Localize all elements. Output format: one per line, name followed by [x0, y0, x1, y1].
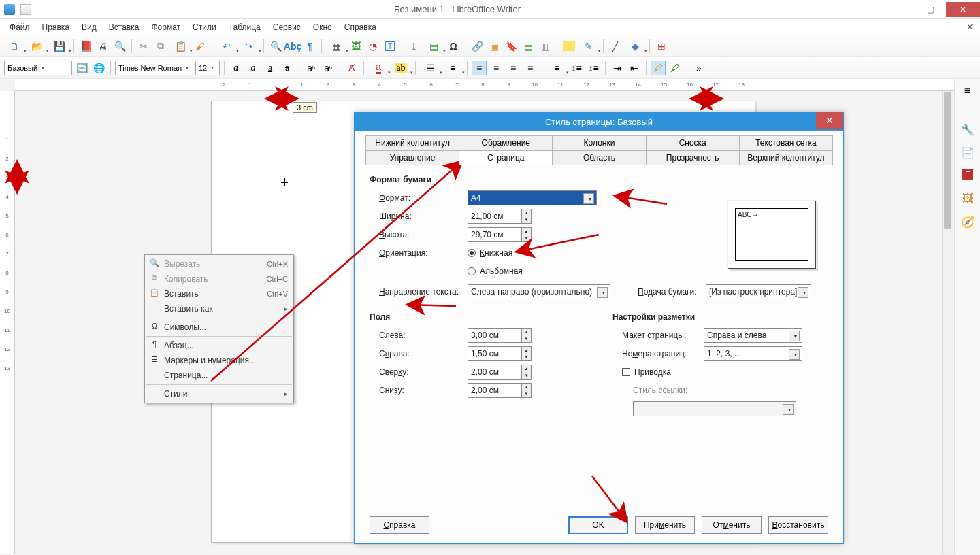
ctx-styles[interactable]: Стили: [145, 386, 293, 401]
menu-file[interactable]: Файл: [4, 21, 35, 33]
line-spacing-icon[interactable]: ≡: [546, 61, 567, 75]
menu-window[interactable]: Окно: [308, 21, 338, 33]
footnote-icon[interactable]: ▣: [487, 39, 502, 54]
width-spinner[interactable]: ▲▼: [522, 209, 532, 224]
italic-icon[interactable]: a: [246, 61, 261, 75]
qa-new-icon[interactable]: [20, 4, 31, 15]
redo-icon[interactable]: ↷: [239, 39, 259, 54]
index-icon[interactable]: ▥: [538, 39, 553, 54]
numbering-icon[interactable]: ≡: [442, 61, 463, 75]
font-size-combo[interactable]: 12: [195, 61, 220, 75]
insert-table-icon[interactable]: ▦: [326, 39, 346, 54]
page-break-icon[interactable]: ⤓: [406, 39, 421, 54]
tab-organizer[interactable]: Управление: [365, 150, 459, 165]
bookmark-icon[interactable]: 🔖: [504, 39, 519, 54]
register-checkbox[interactable]: [622, 368, 630, 376]
comment-icon[interactable]: [561, 39, 576, 54]
ctx-page[interactable]: Страница...: [145, 368, 293, 383]
paste-icon[interactable]: 📋: [170, 39, 191, 54]
menu-insert[interactable]: Вставка: [103, 21, 145, 33]
new-doc-icon[interactable]: 🗋: [4, 39, 24, 54]
align-justify-icon[interactable]: ≡: [523, 61, 538, 75]
special-char-icon[interactable]: Ω: [446, 39, 461, 54]
ctx-copy[interactable]: ⧉ Копировать Ctrl+C: [145, 271, 293, 286]
textdir-select[interactable]: Слева-направо (горизонтально)▾: [468, 284, 610, 299]
clone-format-icon[interactable]: 🖌: [193, 39, 208, 54]
ctx-paragraph[interactable]: ¶ Абзац...: [145, 338, 293, 353]
menu-help[interactable]: Справка: [339, 21, 382, 33]
more-options-icon[interactable]: »: [691, 61, 706, 75]
paragraph-style-combo[interactable]: Базовый: [4, 61, 72, 75]
align-center-icon[interactable]: ≡: [489, 61, 504, 75]
tab-borders[interactable]: Обрамление: [459, 135, 553, 150]
apply-button[interactable]: Применить: [635, 516, 695, 534]
layout-select[interactable]: Справа и слева▾: [704, 328, 802, 343]
ctx-paste[interactable]: 📋 Вставить Ctrl+V: [145, 286, 293, 301]
menu-view[interactable]: Вид: [76, 21, 102, 33]
underline-icon[interactable]: a: [263, 61, 278, 75]
decrease-spacing-icon[interactable]: ↕≡: [586, 61, 601, 75]
bullets-icon[interactable]: ☰: [420, 61, 440, 75]
save-icon[interactable]: 💾: [49, 39, 69, 54]
close-button[interactable]: ✕: [946, 2, 980, 17]
bold-icon[interactable]: a: [229, 61, 244, 75]
clear-format-icon[interactable]: A̸: [344, 61, 359, 75]
insert-textbox-icon[interactable]: 🅃: [382, 39, 397, 54]
superscript-icon[interactable]: ab: [304, 61, 318, 75]
sidebar-page-icon[interactable]: 📄: [960, 144, 976, 161]
maximize-button[interactable]: ▢: [915, 2, 946, 17]
width-input[interactable]: 21,00 см: [468, 209, 522, 224]
menu-tools[interactable]: Сервис: [267, 21, 306, 33]
cancel-button[interactable]: Отменить: [702, 516, 762, 534]
strike-icon[interactable]: a: [280, 61, 295, 75]
sidebar-styles-icon[interactable]: 🆃: [960, 167, 976, 184]
increase-spacing-icon[interactable]: ↕≡: [569, 61, 584, 75]
minimize-button[interactable]: —: [883, 2, 915, 17]
menu-edit[interactable]: Правка: [37, 21, 76, 33]
print-preview-icon[interactable]: 🔍: [112, 39, 127, 54]
export-pdf-icon[interactable]: 📕: [78, 39, 93, 54]
hyperlink-icon[interactable]: 🔗: [470, 39, 485, 54]
insert-field-icon[interactable]: ▤: [423, 39, 444, 54]
tab-header[interactable]: Верхний колонтитул: [739, 150, 833, 165]
height-spinner[interactable]: ▲▼: [522, 227, 532, 242]
draw-functions-icon[interactable]: ⊞: [654, 39, 669, 54]
height-input[interactable]: 29,70 см: [468, 227, 522, 242]
right-input[interactable]: 1,50 см: [468, 346, 522, 361]
horizontal-ruler[interactable]: 21123456789101112131415161718: [15, 79, 954, 91]
open-icon[interactable]: 📂: [27, 39, 47, 54]
align-right-icon[interactable]: ≡: [506, 61, 521, 75]
decrease-indent-icon[interactable]: ⇤: [627, 61, 642, 75]
tab-page[interactable]: Страница: [459, 150, 553, 165]
tab-footnote[interactable]: Сноска: [646, 135, 740, 150]
orientation-portrait-radio[interactable]: [468, 249, 476, 257]
ctx-cut[interactable]: 🔍 Вырезать Ctrl+X: [145, 256, 293, 271]
right-spinner[interactable]: ▲▼: [522, 346, 532, 361]
bottom-input[interactable]: 2,00 см: [468, 383, 522, 398]
pagenum-select[interactable]: 1, 2, 3, ...▾: [704, 346, 802, 361]
line-icon[interactable]: ╱: [608, 39, 623, 54]
bottom-spinner[interactable]: ▲▼: [522, 383, 532, 398]
undo-icon[interactable]: ↶: [216, 39, 237, 54]
insert-image-icon[interactable]: 🖼: [348, 39, 363, 54]
ok-button[interactable]: OK: [568, 516, 628, 534]
tab-area[interactable]: Область: [552, 150, 646, 165]
align-left-icon[interactable]: ≡: [472, 61, 487, 75]
menu-table[interactable]: Таблица: [223, 21, 266, 33]
top-input[interactable]: 2,00 см: [468, 365, 522, 380]
new-style-icon[interactable]: 🌐: [91, 61, 106, 75]
tray-select[interactable]: [Из настроек принтера]▾: [706, 284, 811, 299]
find-icon[interactable]: 🔍: [268, 39, 283, 54]
orientation-landscape-radio[interactable]: [468, 267, 476, 275]
ctx-bullets[interactable]: ☰ Маркеры и нумерация...: [145, 353, 293, 368]
tab-columns[interactable]: Колонки: [552, 135, 646, 150]
copy-icon[interactable]: ⧉: [153, 39, 168, 54]
tab-transparency[interactable]: Прозрачность: [646, 150, 740, 165]
highlighting-b-icon[interactable]: 🖍: [668, 61, 683, 75]
basic-shapes-icon[interactable]: ◆: [625, 39, 645, 54]
dialog-close-button[interactable]: ✕: [816, 112, 843, 129]
reset-button[interactable]: Восстановить: [768, 516, 828, 534]
left-spinner[interactable]: ▲▼: [522, 328, 532, 343]
ctx-symbols[interactable]: Ω Символы...: [145, 320, 293, 335]
update-style-icon[interactable]: 🔄: [74, 61, 89, 75]
